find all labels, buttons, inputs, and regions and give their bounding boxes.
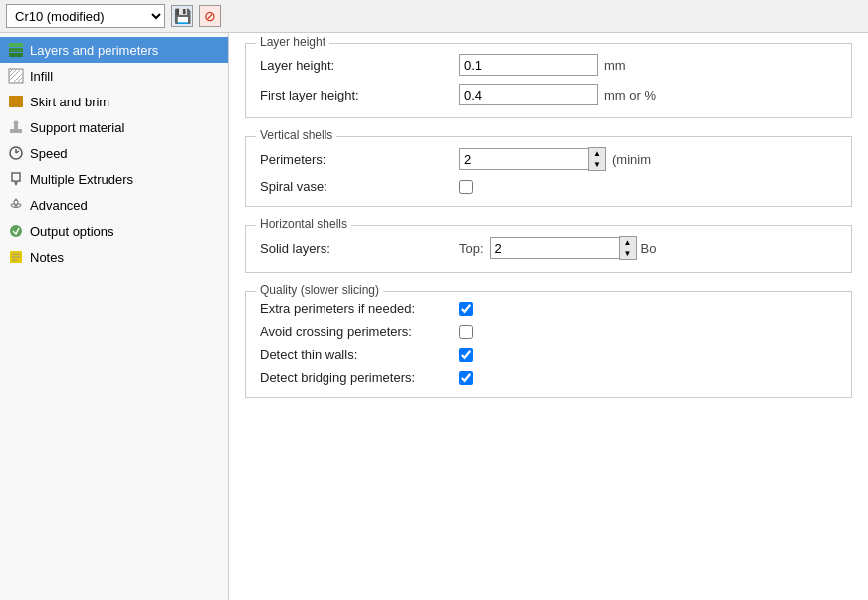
content-area: Layer height Layer height: mm First laye…: [229, 33, 868, 600]
detect-thin-checkbox-wrapper: [459, 348, 473, 362]
sidebar-item-skirt-and-brim[interactable]: Skirt and brim: [0, 89, 228, 114]
perimeters-spinner-buttons: ▲ ▼: [588, 147, 606, 171]
sidebar-item-multiple-extruders[interactable]: Multiple Extruders: [0, 166, 228, 192]
detect-bridging-checkbox-wrapper: [459, 371, 473, 385]
speed-icon: [8, 145, 24, 161]
bottom-label: Bo: [641, 241, 657, 256]
detect-thin-checkbox[interactable]: [459, 348, 473, 362]
top-up-button[interactable]: ▲: [620, 237, 636, 248]
perimeters-down-button[interactable]: ▼: [589, 159, 605, 170]
infill-icon: [8, 68, 24, 84]
first-layer-label: First layer height:: [260, 88, 459, 102]
extra-perimeters-row: Extra perimeters if needed:: [260, 301, 837, 316]
layer-height-section: Layer height Layer height: mm First laye…: [245, 43, 852, 118]
notes-icon: [8, 249, 24, 265]
avoid-crossing-label: Avoid crossing perimeters:: [260, 324, 459, 339]
layer-height-title: Layer height: [256, 35, 329, 49]
sidebar-item-label: Support material: [30, 120, 124, 135]
sidebar-item-infill[interactable]: Infill: [0, 63, 228, 89]
horizontal-shells-title: Horizontal shells: [256, 217, 351, 231]
spiral-vase-row: Spiral vase:: [260, 179, 837, 194]
spiral-vase-checkbox-wrapper: [459, 180, 473, 194]
avoid-crossing-checkbox[interactable]: [459, 325, 473, 339]
top-down-button[interactable]: ▼: [620, 248, 636, 259]
sidebar-item-notes[interactable]: Notes: [0, 244, 228, 270]
sidebar-item-label: Output options: [30, 224, 114, 239]
save-button[interactable]: 💾: [171, 5, 193, 27]
top-spinner: ▲ ▼: [490, 236, 637, 260]
sidebar-item-label: Layers and perimeters: [30, 43, 158, 58]
perimeters-spinner: ▲ ▼: [459, 147, 606, 171]
sidebar-item-label: Multiple Extruders: [30, 172, 133, 187]
perimeters-hint: (minim: [612, 152, 651, 167]
advanced-icon: [8, 197, 24, 213]
extruder-icon: [8, 171, 24, 187]
quality-section: Quality (slower slicing) Extra perimeter…: [245, 291, 852, 398]
svg-rect-10: [9, 96, 23, 107]
perimeters-label: Perimeters:: [260, 152, 459, 167]
sidebar-item-label: Speed: [30, 146, 68, 161]
main-content: Layers and perimeters Infill: [0, 33, 868, 600]
avoid-crossing-checkbox-wrapper: [459, 325, 473, 339]
sidebar-item-label: Advanced: [30, 198, 88, 213]
top-input[interactable]: [490, 237, 619, 259]
cancel-button[interactable]: ⊘: [199, 5, 221, 27]
vertical-shells-title: Vertical shells: [256, 128, 336, 142]
support-icon: [8, 119, 24, 135]
profile-select[interactable]: Cr10 (modified): [6, 4, 165, 28]
sidebar-item-speed[interactable]: Speed: [0, 140, 228, 166]
first-layer-row: First layer height: mm or %: [260, 84, 837, 105]
perimeters-input[interactable]: [459, 148, 588, 170]
sidebar-item-label: Skirt and brim: [30, 95, 109, 109]
layer-height-row: Layer height: mm: [260, 54, 837, 76]
sidebar-item-output-options[interactable]: Output options: [0, 218, 228, 244]
first-layer-input[interactable]: [459, 84, 598, 105]
extra-perimeters-checkbox-wrapper: [459, 302, 473, 316]
first-layer-unit: mm or %: [604, 88, 656, 102]
skirt-icon: [8, 94, 24, 109]
detect-bridging-checkbox[interactable]: [459, 371, 473, 385]
perimeters-up-button[interactable]: ▲: [589, 148, 605, 159]
layers-icon: [8, 42, 24, 58]
spiral-vase-checkbox[interactable]: [459, 180, 473, 194]
toolbar: Cr10 (modified) 💾 ⊘: [0, 0, 868, 33]
solid-layers-row: Solid layers: Top: ▲ ▼ Bo: [260, 236, 837, 260]
svg-rect-2: [9, 53, 23, 57]
layer-height-label: Layer height:: [260, 58, 459, 73]
perimeters-row: Perimeters: ▲ ▼ (minim: [260, 147, 837, 171]
vertical-shells-section: Vertical shells Perimeters: ▲ ▼ (minim S…: [245, 136, 852, 207]
detect-bridging-label: Detect bridging perimeters:: [260, 370, 459, 385]
detect-bridging-row: Detect bridging perimeters:: [260, 370, 837, 385]
top-spinner-buttons: ▲ ▼: [619, 236, 637, 260]
top-label: Top:: [459, 241, 484, 256]
detect-thin-label: Detect thin walls:: [260, 347, 459, 362]
solid-layers-inputs: Top: ▲ ▼ Bo: [459, 236, 656, 260]
extra-perimeters-checkbox[interactable]: [459, 302, 473, 316]
svg-point-17: [10, 225, 22, 237]
horizontal-shells-section: Horizontal shells Solid layers: Top: ▲ ▼…: [245, 225, 852, 273]
extra-perimeters-label: Extra perimeters if needed:: [260, 301, 459, 316]
sidebar-item-support-material[interactable]: Support material: [0, 114, 228, 140]
svg-rect-1: [9, 48, 23, 52]
detect-thin-row: Detect thin walls:: [260, 347, 837, 362]
svg-rect-11: [10, 129, 22, 133]
sidebar-item-label: Notes: [30, 250, 64, 265]
sidebar-item-layers-and-perimeters[interactable]: Layers and perimeters: [0, 37, 228, 63]
sidebar: Layers and perimeters Infill: [0, 33, 229, 600]
svg-marker-13: [13, 120, 19, 123]
output-icon: [8, 223, 24, 239]
spiral-vase-label: Spiral vase:: [260, 179, 459, 194]
sidebar-item-label: Infill: [30, 69, 53, 84]
layer-height-unit: mm: [604, 58, 626, 73]
solid-layers-label: Solid layers:: [260, 241, 459, 256]
avoid-crossing-row: Avoid crossing perimeters:: [260, 324, 837, 339]
svg-rect-0: [9, 43, 23, 47]
sidebar-item-advanced[interactable]: Advanced: [0, 192, 228, 218]
layer-height-input[interactable]: [459, 54, 598, 76]
quality-title: Quality (slower slicing): [256, 283, 383, 297]
